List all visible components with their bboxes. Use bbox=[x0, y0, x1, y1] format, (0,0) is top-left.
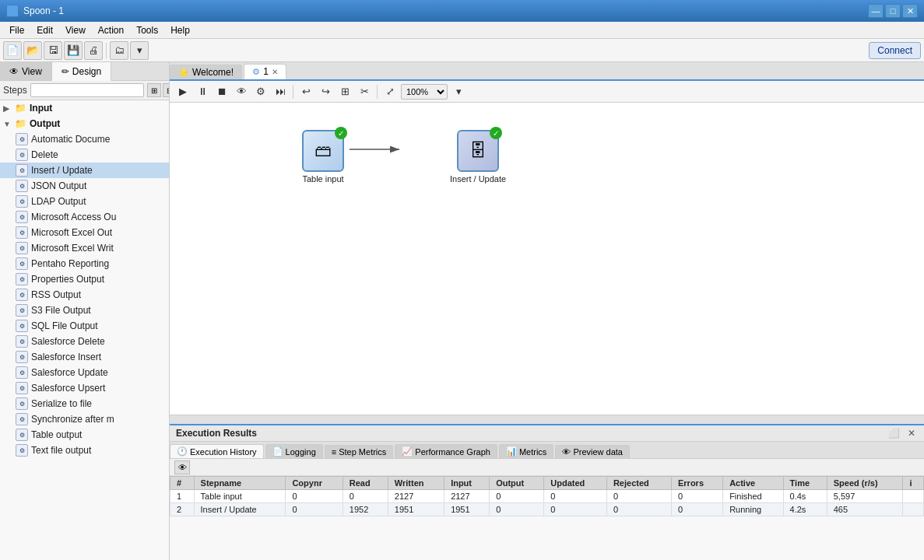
list-item[interactable]: ⚙ RSS Output bbox=[0, 287, 169, 303]
list-item[interactable]: ⚙ Microsoft Access Ou bbox=[0, 209, 169, 225]
canvas-toolbar: ▶ ⏸ ⏹ 👁 ⚙ ⏭ ↩ ↪ ⊞ ✂ ⤢ 25% 50% 75% 100% 1… bbox=[170, 81, 924, 103]
tab1-icon: ⚙ bbox=[252, 67, 260, 77]
zoom-out-button[interactable]: ⤢ bbox=[381, 83, 399, 100]
menu-tools[interactable]: Tools bbox=[130, 23, 164, 37]
step-icon: ⚙ bbox=[16, 397, 28, 410]
replay-button[interactable]: ⏭ bbox=[272, 83, 289, 100]
cell-rejected: 0 bbox=[606, 503, 671, 516]
list-item[interactable]: ⚙ S3 File Output bbox=[0, 303, 169, 318]
list-item[interactable]: ⚙ Synchronize after m bbox=[0, 411, 169, 427]
run-button[interactable]: ▶ bbox=[174, 83, 191, 100]
list-item[interactable]: ⚙ SQL File Output bbox=[0, 318, 169, 334]
redo-button[interactable]: ↪ bbox=[317, 83, 334, 100]
list-item[interactable]: ⚙ Salesforce Update bbox=[0, 365, 169, 380]
save-button[interactable]: 💾 bbox=[64, 41, 83, 60]
menu-bar: File Edit View Action Tools Help bbox=[0, 22, 924, 39]
exec-tab-logging[interactable]: 📄 Logging bbox=[265, 444, 323, 458]
exec-tab-history-label: Execution History bbox=[190, 447, 257, 457]
list-item[interactable]: ⚙ Table output bbox=[0, 427, 169, 443]
list-item[interactable]: ⚙ Microsoft Excel Out bbox=[0, 225, 169, 240]
layers-button[interactable]: 🗂 bbox=[110, 41, 128, 60]
node-table-input[interactable]: 🗃 ✓ Table input bbox=[302, 130, 344, 184]
exec-tab-perf-graph[interactable]: 📈 Performance Graph bbox=[395, 444, 497, 458]
list-item[interactable]: ⚙ Text file output bbox=[0, 443, 169, 458]
exec-tab-step-metrics[interactable]: ≡ Step Metrics bbox=[325, 445, 394, 458]
exec-tab-history[interactable]: 🕐 Execution History bbox=[170, 444, 264, 458]
steps-bar: Steps ⊞ ⊟ bbox=[0, 81, 169, 100]
tab-welcome[interactable]: ⭐ Welcome! bbox=[170, 65, 242, 79]
list-item[interactable]: ⚙ JSON Output bbox=[0, 178, 169, 194]
list-item[interactable]: ⚙ Automatic Docume bbox=[0, 131, 169, 147]
step-icon: ⚙ bbox=[16, 273, 28, 285]
col-errors: Errors bbox=[672, 477, 723, 490]
undo-button[interactable]: ↩ bbox=[297, 83, 314, 100]
cell-read: 0 bbox=[343, 490, 388, 503]
preview-button[interactable]: 👁 bbox=[233, 83, 250, 100]
table-row: 2 Insert / Update 0 1952 1951 1951 0 0 0… bbox=[170, 503, 924, 516]
exec-expand-button[interactable]: ⬜ bbox=[886, 428, 902, 439]
exec-tab-preview-icon: 👁 bbox=[562, 447, 571, 457]
options-button[interactable]: ⚙ bbox=[252, 83, 269, 100]
list-item[interactable]: ⚙ Salesforce Insert bbox=[0, 349, 169, 365]
list-item[interactable]: ⚙ Salesforce Delete bbox=[0, 334, 169, 349]
collapse-all-button[interactable]: ⊟ bbox=[163, 83, 170, 97]
open-button[interactable]: 📂 bbox=[23, 41, 42, 60]
canvas-area[interactable]: 🗃 ✓ Table input 🗄 ✓ Insert / Update bbox=[170, 103, 924, 415]
list-item[interactable]: ⚙ Microsoft Excel Writ bbox=[0, 240, 169, 256]
exec-table-container[interactable]: # Stepname Copynr Read Written Input Out… bbox=[170, 476, 924, 560]
menu-view[interactable]: View bbox=[59, 23, 92, 37]
list-item[interactable]: ⚙ Properties Output bbox=[0, 271, 169, 287]
list-item[interactable]: ⚙ Pentaho Reporting bbox=[0, 256, 169, 271]
list-item[interactable]: ⚙ Delete bbox=[0, 147, 169, 163]
list-item[interactable]: ⚙ Salesforce Upsert bbox=[0, 380, 169, 396]
layers-dropdown[interactable]: ▾ bbox=[130, 41, 149, 60]
close-button[interactable]: ✕ bbox=[902, 4, 918, 18]
step-icon: ⚙ bbox=[16, 164, 28, 177]
node-check-insert-update: ✓ bbox=[490, 127, 502, 139]
menu-file[interactable]: File bbox=[3, 23, 30, 37]
exec-close-button[interactable]: ✕ bbox=[905, 428, 918, 439]
list-item[interactable]: ⚙ Serialize to file bbox=[0, 396, 169, 411]
menu-help[interactable]: Help bbox=[164, 23, 196, 37]
pause-button[interactable]: ⏸ bbox=[194, 83, 211, 100]
zoom-select[interactable]: 25% 50% 75% 100% 150% 200% bbox=[401, 84, 448, 100]
exec-toolbar-btn[interactable]: 👁 bbox=[174, 460, 190, 474]
tree-group-output[interactable]: ▼ 📁 Output bbox=[0, 116, 169, 131]
print-button[interactable]: 🖨 bbox=[84, 41, 103, 60]
flow-arrow bbox=[170, 103, 924, 415]
cut-button[interactable]: ✂ bbox=[356, 83, 373, 100]
menu-edit[interactable]: Edit bbox=[30, 23, 59, 37]
exec-tab-perf-graph-label: Performance Graph bbox=[415, 447, 490, 457]
menu-action[interactable]: Action bbox=[92, 23, 130, 37]
cell-errors: 0 bbox=[672, 490, 723, 503]
design-tab[interactable]: ✏ Design bbox=[52, 62, 111, 81]
node-insert-update[interactable]: 🗄 ✓ Insert / Update bbox=[450, 130, 506, 184]
cell-active: Finished bbox=[723, 490, 783, 503]
align-button[interactable]: ⊞ bbox=[336, 83, 353, 100]
cell-updated: 0 bbox=[544, 503, 607, 516]
list-item[interactable]: ⚙ LDAP Output bbox=[0, 194, 169, 209]
save-all-button[interactable]: 🖫 bbox=[44, 41, 62, 60]
step-icon: ⚙ bbox=[16, 180, 28, 192]
exec-tab-metrics[interactable]: 📊 Metrics bbox=[499, 444, 553, 458]
cell-num: 1 bbox=[170, 490, 195, 503]
zoom-dropdown[interactable]: ▾ bbox=[450, 83, 467, 100]
steps-tree: ▶ 📁 Input ▼ 📁 Output ⚙ Automatic Docume … bbox=[0, 100, 169, 560]
stop-button[interactable]: ⏹ bbox=[213, 83, 230, 100]
canvas-hscroll[interactable] bbox=[170, 415, 924, 424]
tab-1[interactable]: ⚙ 1 ✕ bbox=[244, 64, 286, 79]
cell-errors: 0 bbox=[672, 503, 723, 516]
connect-button[interactable]: Connect bbox=[869, 42, 921, 59]
step-icon: ⚙ bbox=[16, 195, 28, 208]
list-item-insert-update[interactable]: ⚙ Insert / Update bbox=[0, 163, 169, 178]
maximize-button[interactable]: □ bbox=[885, 4, 901, 18]
exec-tab-preview[interactable]: 👁 Preview data bbox=[555, 445, 630, 458]
new-button[interactable]: 📄 bbox=[3, 41, 22, 60]
cell-time: 0.4s bbox=[783, 490, 827, 503]
tab-1-close[interactable]: ✕ bbox=[272, 68, 278, 76]
view-tab[interactable]: 👁 View bbox=[0, 62, 52, 80]
expand-all-button[interactable]: ⊞ bbox=[147, 83, 161, 97]
steps-search-input[interactable] bbox=[30, 83, 144, 97]
tree-group-input[interactable]: ▶ 📁 Input bbox=[0, 100, 169, 116]
minimize-button[interactable]: — bbox=[868, 4, 884, 18]
